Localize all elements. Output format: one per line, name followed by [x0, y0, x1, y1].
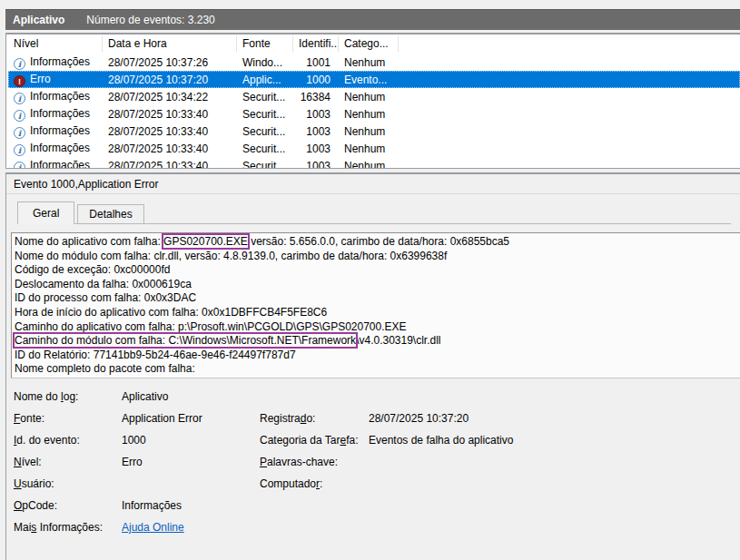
event-id-cell: 16384: [293, 91, 339, 103]
category-cell: Nenhum: [339, 160, 399, 170]
datetime-cell: 28/07/2025 10:33:40: [103, 160, 237, 170]
column-header-1[interactable]: Data e Hora: [103, 36, 237, 52]
label-mnemonic: O: [14, 499, 22, 512]
field-label-keywords: Palavras-chave:: [260, 456, 338, 468]
category-cell: Nenhum: [339, 91, 399, 103]
field-value-task-category: Eventos de falha do aplicativo: [362, 434, 740, 447]
table-body: iInformações28/07/2025 10:37:26Windo...1…: [6, 54, 740, 169]
label-post: :: [320, 477, 322, 490]
info-icon: i: [14, 93, 25, 104]
description-line: Deslocamento da falha: 0x000619ca: [15, 278, 740, 292]
table-header-row: NívelData e HoraFonteIdentifi...Catego..…: [6, 34, 740, 54]
event-properties: Nome do log:AplicativoFonte:Application …: [7, 386, 740, 538]
info-icon: i: [14, 162, 25, 170]
description-text: Nome completo do pacote com falha:: [15, 362, 195, 375]
field-value-logged: 28/07/2025 10:37:20: [362, 412, 740, 425]
event-id-cell: 1003: [293, 160, 339, 170]
description-text: \v4.0.30319\clr.dll: [356, 334, 440, 347]
level-label: Informações: [30, 142, 90, 154]
description-text: Deslocamento da falha: 0x000619ca: [15, 278, 192, 290]
column-header-3[interactable]: Identifi...: [293, 36, 339, 52]
label-pre: Categoria da Tar: [260, 434, 340, 447]
source-cell: Windo...: [237, 56, 293, 69]
datetime-cell: 28/07/2025 10:33:40: [103, 142, 237, 155]
description-text: Caminho do aplicativo com falha: p:\Pros…: [15, 320, 407, 333]
tab-geral[interactable]: Geral: [17, 201, 74, 224]
property-row: Fonte:Application ErrorRegistrado:28/07/…: [7, 408, 740, 429]
column-header-2[interactable]: Fonte: [237, 36, 293, 52]
field-label-log-name: Nome do log:: [14, 390, 78, 403]
table-row[interactable]: iInformações28/07/2025 10:33:40Securit..…: [8, 105, 740, 123]
field-value-opcode: Informações: [115, 499, 253, 512]
source-cell: Applic...: [237, 74, 293, 86]
datetime-cell: 28/07/2025 10:33:40: [103, 108, 237, 121]
field-label-level: Nível:: [14, 456, 42, 468]
property-row: Nome do log:Aplicativo: [7, 386, 740, 408]
source-cell: Securit...: [237, 142, 293, 155]
description-text: Código de exceção: 0xc00000fd: [15, 263, 170, 276]
log-title-bar: Aplicativo Número de eventos: 3.230: [5, 9, 740, 30]
table-row[interactable]: iInformações28/07/2025 10:33:40Securit..…: [8, 123, 740, 140]
level-cell: iInformações: [8, 90, 103, 104]
ajuda-online-link[interactable]: Ajuda Online: [122, 521, 184, 534]
field-label-computer: Computador:: [260, 477, 322, 490]
table-row[interactable]: iInformações28/07/2025 10:33:40Securit..…: [8, 140, 740, 157]
description-line: Caminho do aplicativo com falha: p:\Pros…: [15, 320, 740, 335]
property-row: OpCode:Informações: [7, 495, 740, 516]
table-row[interactable]: iInformações28/07/2025 10:33:40Securit..…: [8, 157, 740, 169]
field-label-task-category: Categoria da Tarefa:: [260, 434, 359, 447]
level-label: Informações: [30, 159, 90, 170]
category-cell: Nenhum: [339, 125, 399, 138]
description-text: Nome do módulo com falha: clr.dll, versã…: [15, 250, 447, 262]
label-mnemonic: U: [14, 477, 22, 490]
level-cell: iInformações: [8, 124, 103, 139]
category-cell: Nenhum: [339, 56, 399, 69]
label-post: og:: [64, 390, 79, 403]
table-row[interactable]: !Erro28/07/2025 10:37:20Applic...1000Eve…: [8, 71, 740, 88]
property-row: Usuário:Computador:: [7, 473, 740, 495]
tab-detalhes[interactable]: Detalhes: [77, 204, 143, 223]
label-post: alavras-chave:: [267, 456, 338, 468]
description-text: versão: 5.656.0.0, carimbo de data/hora:…: [248, 235, 509, 248]
label-mnemonic: P: [260, 456, 267, 468]
table-row[interactable]: iInformações28/07/2025 10:34:22Securit..…: [8, 88, 740, 105]
info-icon: i: [14, 110, 25, 122]
datetime-cell: 28/07/2025 10:37:20: [103, 74, 237, 86]
label-post: ível:: [22, 456, 42, 468]
level-cell: !Erro: [8, 73, 103, 87]
column-header-4[interactable]: Catego...: [339, 36, 399, 52]
label-post: pCode:: [22, 499, 57, 512]
property-row: Mais Informações:Ajuda Online: [7, 516, 740, 538]
event-viewer-pane: Aplicativo Número de eventos: 3.230 Níve…: [0, 0, 740, 560]
description-text: Nome do aplicativo com falha:: [15, 235, 163, 248]
column-header-0[interactable]: Nível: [8, 36, 103, 52]
event-table: NívelData e HoraFonteIdentifi...Catego..…: [5, 33, 740, 169]
source-cell: Securit...: [237, 91, 293, 103]
field-label-source: Fonte:: [14, 412, 44, 425]
source-cell: Securit...: [237, 125, 293, 138]
level-label: Informações: [30, 55, 90, 68]
table-row[interactable]: iInformações28/07/2025 10:37:26Windo...1…: [8, 54, 740, 71]
field-label-opcode: OpCode:: [14, 499, 57, 512]
description-line: ID do Relatório: 77141bb9-5b24-46ae-9e46…: [15, 349, 740, 363]
level-cell: iInformações: [8, 159, 103, 170]
annotation-box: Caminho do módulo com falha: C:\Windows\…: [15, 334, 356, 347]
description-line: Hora de início do aplicativo com falha: …: [15, 306, 740, 320]
category-cell: Evento...: [339, 74, 399, 86]
level-label: Erro: [30, 73, 51, 85]
annotation-box: GPS020700.EXE: [163, 235, 248, 248]
description-text: Hora de início do aplicativo com falha: …: [15, 306, 327, 319]
label-pre: Computado: [260, 477, 316, 490]
level-cell: iInformações: [8, 107, 103, 122]
info-icon: i: [14, 58, 25, 70]
event-preview-pane: Evento 1000,Application Error GeralDetal…: [5, 172, 740, 560]
event-id-cell: 1003: [293, 125, 339, 138]
field-label-user: Usuário:: [14, 477, 54, 490]
field-value-source: Application Error: [115, 412, 253, 425]
description-line: Nome do aplicativo com falha: GPS020700.…: [15, 235, 740, 250]
field-label-event-id: Id. do evento:: [14, 434, 80, 447]
event-description-box[interactable]: Nome do aplicativo com falha: GPS020700.…: [11, 232, 740, 378]
field-label-more-information: Mais Informações:: [14, 521, 103, 534]
description-text: ID do Relatório: 77141bb9-5b24-46ae-9e46…: [15, 349, 296, 361]
label-pre: Registra: [260, 412, 301, 425]
